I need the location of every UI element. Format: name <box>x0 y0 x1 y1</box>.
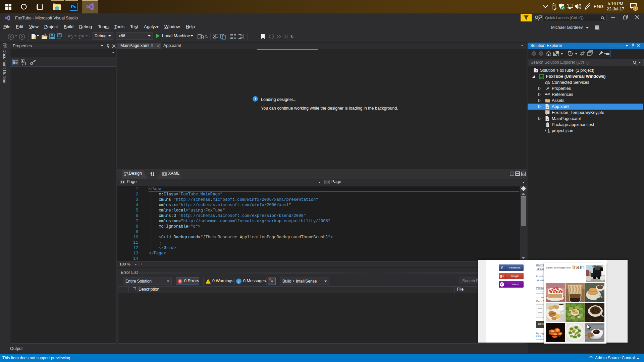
svg-text:Z: Z <box>22 63 23 66</box>
svg-text:A: A <box>22 60 24 63</box>
svg-text:C#: C# <box>540 75 543 78</box>
